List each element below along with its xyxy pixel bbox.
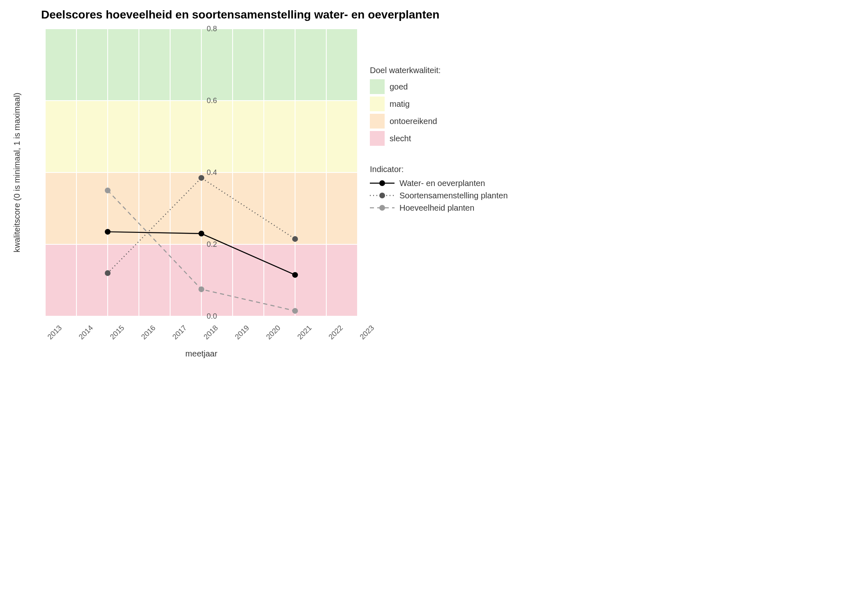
data-point [198, 231, 204, 237]
y-tick-label: 0.8 [207, 25, 217, 33]
legend-swatch [370, 79, 385, 94]
legend-line-sample [370, 191, 395, 200]
y-tick-label: 0.4 [207, 168, 217, 177]
y-tick-label: 0.0 [207, 312, 217, 321]
chart-container: Deelscores hoeveelheid en soortensamenst… [8, 8, 534, 378]
svg-point-1 [379, 180, 385, 186]
data-point [198, 175, 204, 181]
legend-swatch [370, 97, 385, 111]
legend-series-label: Soortensamenstelling planten [399, 191, 508, 200]
plot-svg [45, 29, 358, 316]
y-tick-label: 0.6 [207, 97, 217, 105]
data-point [105, 188, 111, 193]
legend-series-label: Hoeveelheid planten [399, 203, 474, 213]
legend-series-label: Water- en oeverplanten [399, 179, 485, 188]
x-tick-label: 2013 [46, 324, 64, 341]
svg-point-3 [379, 193, 385, 198]
legend-swatch [370, 131, 385, 146]
legend-band-label: goed [390, 82, 408, 92]
legend-series-item: Hoeveelheid planten [370, 203, 508, 213]
legend-band-label: ontoereikend [390, 117, 437, 126]
plot-area [45, 29, 358, 316]
legend-band-item: goed [370, 79, 508, 94]
legend-swatch [370, 114, 385, 129]
legend-band-label: matig [390, 99, 410, 109]
legend: Doel waterkwaliteit: goedmatigontoereike… [370, 66, 508, 215]
legend-band-item: ontoereikend [370, 114, 508, 129]
x-tick-label: 2023 [358, 324, 376, 341]
y-axis-label: kwaliteitscore (0 is minimaal, 1 is maxi… [12, 93, 22, 253]
legend-indicator-title: Indicator: [370, 165, 508, 174]
legend-band-label: slecht [390, 134, 411, 143]
x-tick-label: 2017 [171, 324, 189, 341]
legend-series-item: Water- en oeverplanten [370, 178, 508, 188]
data-point [198, 286, 204, 292]
legend-line-sample [370, 203, 395, 213]
legend-band-item: slecht [370, 131, 508, 146]
x-tick-label: 2016 [140, 324, 157, 341]
y-tick-label: 0.2 [207, 240, 217, 249]
legend-line-sample [370, 178, 395, 188]
legend-bands-title: Doel waterkwaliteit: [370, 66, 508, 75]
x-tick-label: 2018 [202, 324, 220, 341]
data-point [292, 272, 298, 278]
x-tick-label: 2021 [296, 324, 314, 341]
legend-series-item: Soortensamenstelling planten [370, 191, 508, 200]
data-point [105, 229, 111, 234]
x-tick-label: 2020 [265, 324, 282, 341]
x-tick-label: 2022 [327, 324, 345, 341]
x-axis-label: meetjaar [45, 349, 358, 359]
data-point [105, 270, 111, 276]
x-tick-label: 2014 [77, 324, 95, 341]
svg-point-5 [379, 205, 385, 211]
data-point [292, 308, 298, 314]
x-tick-label: 2019 [233, 324, 251, 341]
legend-band-item: matig [370, 97, 508, 111]
chart-title: Deelscores hoeveelheid en soortensamenst… [41, 8, 534, 21]
data-point [292, 236, 298, 242]
x-tick-label: 2015 [108, 324, 126, 341]
